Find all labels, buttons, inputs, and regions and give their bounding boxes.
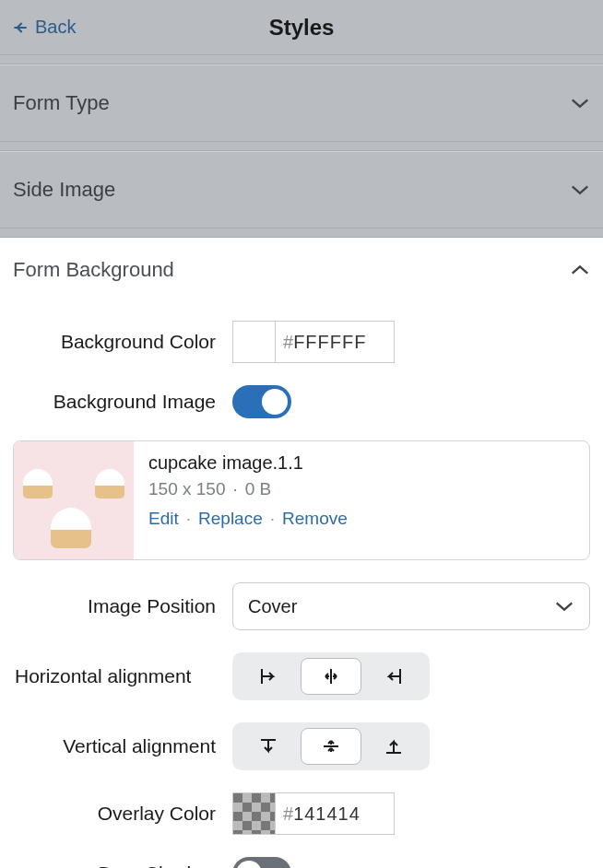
row-bg-color: Background Color #: [13, 321, 590, 363]
section-label: Form Background: [13, 258, 174, 282]
hash-prefix: #: [283, 332, 293, 353]
image-position-label: Image Position: [13, 595, 232, 617]
section-side-image[interactable]: Side Image: [0, 151, 603, 229]
image-dims: 150 x 150·0 B: [148, 479, 574, 499]
back-arrow-icon: [11, 18, 30, 37]
bg-color-input[interactable]: #: [232, 321, 395, 363]
row-image-position: Image Position Cover: [13, 582, 590, 630]
align-bottom-button[interactable]: [363, 728, 424, 765]
align-top-button[interactable]: [238, 728, 299, 765]
hash-prefix: #: [283, 803, 293, 825]
chevron-down-icon: [554, 596, 574, 616]
v-align-label: Vertical alignment: [13, 735, 232, 757]
bg-color-field[interactable]: [293, 332, 376, 353]
edit-link[interactable]: Edit: [148, 509, 179, 528]
header: Back Styles: [0, 0, 603, 55]
h-align-label: Horizontal alignment: [13, 663, 232, 689]
bg-image-label: Background Image: [13, 391, 232, 413]
row-h-align: Horizontal alignment: [13, 652, 590, 700]
chevron-up-icon: [570, 260, 590, 280]
overlay-color-label: Overlay Color: [13, 803, 232, 825]
back-button[interactable]: Back: [11, 17, 76, 38]
section-form-type[interactable]: Form Type: [0, 65, 603, 142]
image-card: cupcake image.1.1 150 x 150·0 B Edit·Rep…: [13, 440, 590, 560]
image-name: cupcake image.1.1: [148, 452, 574, 474]
row-overlay-color: Overlay Color #: [13, 792, 590, 835]
image-position-select[interactable]: Cover: [232, 582, 590, 630]
color-swatch[interactable]: [233, 322, 276, 362]
image-meta: cupcake image.1.1 150 x 150·0 B Edit·Rep…: [134, 441, 589, 559]
overlay-color-input[interactable]: #: [232, 792, 395, 835]
align-left-button[interactable]: [238, 658, 299, 695]
align-center-button[interactable]: [301, 658, 361, 695]
section-label: Side Image: [13, 178, 115, 202]
image-actions: Edit·Replace·Remove: [148, 509, 574, 529]
replace-link[interactable]: Replace: [198, 509, 263, 528]
spacer: [0, 55, 603, 65]
chevron-down-icon: [570, 93, 590, 113]
row-drop-shadow: Drop Shadow: [13, 857, 590, 868]
section-label: Form Type: [13, 91, 110, 115]
align-right-button[interactable]: [363, 658, 424, 695]
v-align-segment: [232, 722, 430, 770]
page-title: Styles: [269, 15, 335, 41]
spacer: [0, 142, 603, 151]
overlay-color-field[interactable]: [293, 803, 376, 825]
drop-shadow-label: Drop Shadow: [13, 862, 232, 868]
section-form-background[interactable]: Form Background: [0, 238, 603, 299]
color-swatch[interactable]: [233, 793, 276, 834]
bg-image-toggle[interactable]: [232, 385, 291, 418]
align-middle-button[interactable]: [301, 728, 361, 765]
remove-link[interactable]: Remove: [282, 509, 348, 528]
spacer: [0, 229, 603, 238]
h-align-segment: [232, 652, 430, 700]
bg-color-label: Background Color: [13, 331, 232, 353]
drop-shadow-toggle[interactable]: [232, 857, 291, 868]
row-v-align: Vertical alignment: [13, 722, 590, 770]
image-thumbnail[interactable]: [14, 441, 134, 559]
section-body: Background Color # Background Image cupc…: [0, 321, 603, 868]
chevron-down-icon: [570, 180, 590, 200]
select-value: Cover: [248, 596, 297, 617]
back-label: Back: [35, 17, 76, 38]
row-bg-image: Background Image: [13, 385, 590, 418]
